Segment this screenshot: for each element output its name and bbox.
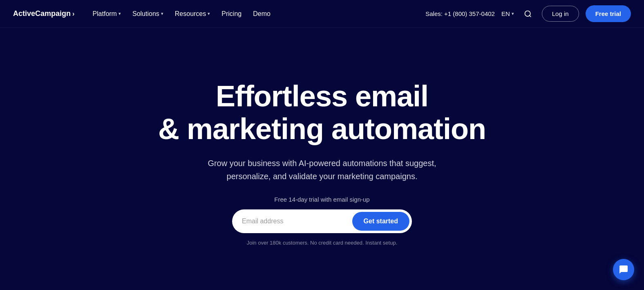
navbar: ActiveCampaign › Platform ▾ Solutions ▾ … [0, 0, 644, 28]
nav-pricing[interactable]: Pricing [217, 7, 246, 21]
search-icon [524, 10, 532, 18]
svg-point-0 [525, 11, 530, 16]
login-button[interactable]: Log in [542, 6, 579, 22]
brand-logo[interactable]: ActiveCampaign › [13, 9, 74, 18]
trial-label: Free 14-day trial with email sign-up [274, 196, 369, 203]
hero-section: Effortless email & marketing automation … [0, 28, 644, 290]
sales-number: Sales: +1 (800) 357-0402 [425, 10, 495, 17]
brand-name: ActiveCampaign [13, 9, 71, 18]
search-button[interactable] [521, 8, 535, 20]
email-input[interactable] [242, 214, 352, 228]
nav-platform[interactable]: Platform ▾ [87, 7, 126, 21]
email-form: Get started [232, 209, 412, 233]
hero-subtitle: Grow your business with AI-powered autom… [199, 157, 445, 183]
language-selector[interactable]: EN ▾ [501, 10, 514, 17]
chevron-down-icon: ▾ [512, 11, 514, 16]
chevron-down-icon: ▾ [208, 11, 210, 16]
nav-links: Platform ▾ Solutions ▾ Resources ▾ Prici… [87, 7, 425, 21]
nav-solutions[interactable]: Solutions ▾ [127, 7, 168, 21]
fine-print: Join over 180k customers. No credit card… [247, 240, 398, 246]
chevron-down-icon: ▾ [161, 11, 163, 16]
svg-line-1 [530, 15, 531, 17]
chat-button[interactable] [613, 259, 634, 280]
brand-arrow: › [72, 10, 74, 18]
hero-title: Effortless email & marketing automation [158, 80, 486, 145]
nav-resources[interactable]: Resources ▾ [170, 7, 215, 21]
nav-demo[interactable]: Demo [248, 7, 275, 21]
nav-right: Sales: +1 (800) 357-0402 EN ▾ Log in Fre… [425, 5, 631, 22]
chat-icon [619, 265, 628, 274]
free-trial-button[interactable]: Free trial [586, 5, 631, 22]
chevron-down-icon: ▾ [119, 11, 121, 16]
get-started-button[interactable]: Get started [352, 212, 409, 231]
lang-label: EN [501, 10, 510, 17]
